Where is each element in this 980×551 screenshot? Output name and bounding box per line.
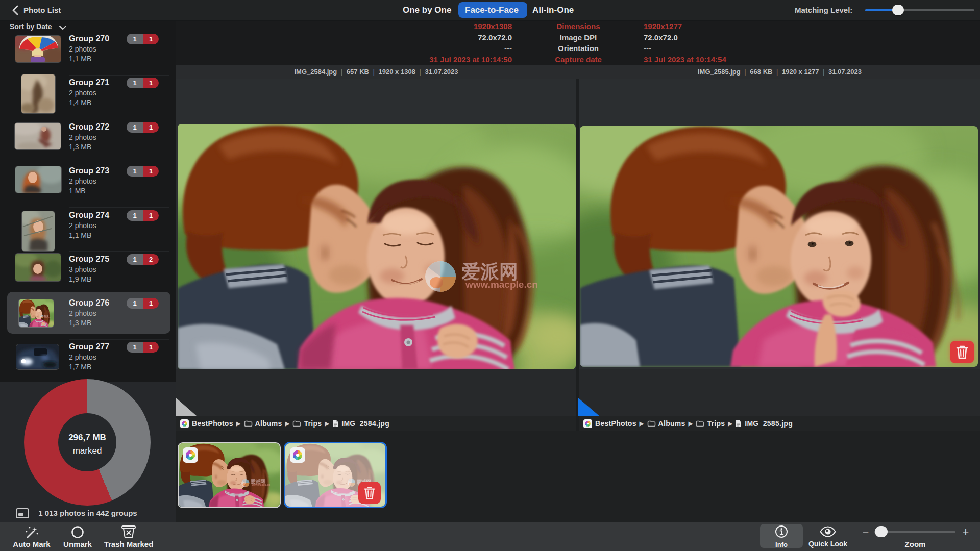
svg-text:www.macple.cn: www.macple.cn: [465, 279, 538, 290]
